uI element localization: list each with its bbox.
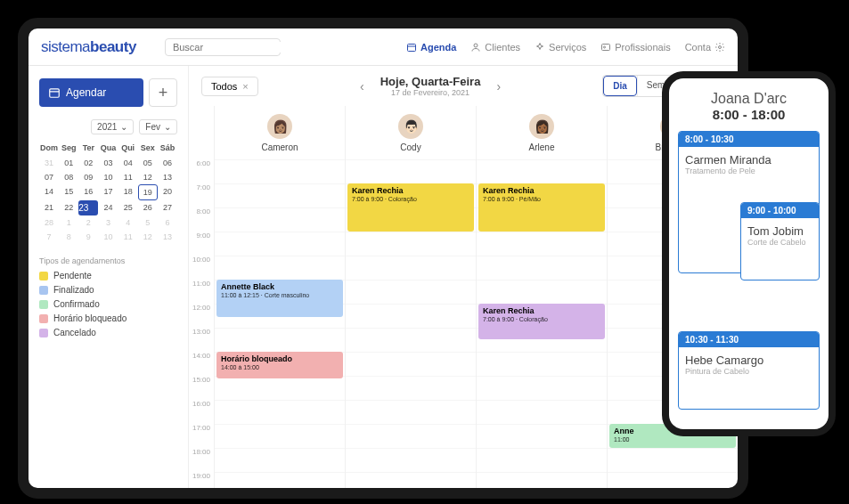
avatar: 👩🏾	[529, 114, 554, 139]
prev-arrow[interactable]: ‹	[360, 79, 364, 93]
chevron-down-icon: ⌄	[120, 122, 127, 132]
staff-name: Arlene	[529, 142, 555, 152]
svg-rect-2	[408, 44, 416, 51]
tablet-frame: sistemabeauty Agenda Clientes Serviços P…	[18, 18, 748, 499]
year-select[interactable]: 2021⌄	[91, 119, 134, 134]
legend-title: Tipos de agendamentos	[39, 256, 177, 265]
calendar-day[interactable]: 02	[78, 156, 98, 170]
schedule-grid[interactable]: 👩🏽 Cameron Annette Black11:00 à 12:15 · …	[214, 106, 738, 488]
id-icon	[600, 42, 611, 53]
calendar-icon	[48, 86, 61, 99]
calendar-day[interactable]: 05	[138, 156, 158, 170]
calendar-day[interactable]: 09	[78, 170, 98, 184]
agendar-button[interactable]: Agendar	[39, 78, 143, 107]
calendar-day[interactable]: 04	[118, 156, 138, 170]
schedule-event[interactable]: Karen Rechia7:00 à 9:00 · Coloração	[478, 304, 605, 339]
legend-item: Finalizado	[39, 285, 177, 295]
close-icon[interactable]: ×	[242, 81, 248, 92]
calendar-day[interactable]: 8	[59, 230, 78, 244]
calendar-day[interactable]: 3	[98, 215, 118, 230]
calendar-icon	[406, 42, 417, 53]
month-select[interactable]: Fev⌄	[139, 119, 177, 134]
nav-agenda[interactable]: Agenda	[406, 42, 456, 53]
calendar-day[interactable]: 4	[118, 215, 138, 230]
topnav: Agenda Clientes Serviços Profissionais C…	[406, 42, 725, 53]
chevron-down-icon: ⌄	[164, 122, 171, 132]
mini-calendar[interactable]: DomSegTerQuaQuiSexSáb 310102030405060708…	[39, 143, 177, 244]
calendar-day[interactable]: 5	[138, 215, 158, 230]
calendar-day[interactable]: 21	[39, 200, 59, 215]
calendar-day[interactable]: 03	[98, 156, 118, 170]
schedule-event[interactable]: Karen Rechia7:00 à 9:00 · Coloração	[347, 183, 474, 232]
calendar-day[interactable]: 01	[59, 156, 78, 170]
svg-point-6	[604, 46, 606, 48]
calendar-day[interactable]: 26	[138, 200, 158, 215]
calendar-day[interactable]: 12	[138, 230, 158, 244]
topbar: sistemabeauty Agenda Clientes Serviços P…	[29, 28, 738, 66]
calendar-day[interactable]: 6	[158, 215, 177, 230]
filter-chip[interactable]: Todos ×	[201, 77, 258, 96]
calendar-day[interactable]: 06	[158, 156, 177, 170]
calendar-day[interactable]: 17	[98, 184, 118, 200]
search-field[interactable]	[173, 42, 296, 53]
legend-item: Cancelado	[39, 328, 177, 337]
calendar-day[interactable]: 2	[78, 215, 98, 230]
sparkle-icon	[535, 42, 545, 53]
calendar-day[interactable]: 10	[98, 170, 118, 184]
calendar-day[interactable]: 15	[59, 184, 78, 200]
calendar-day[interactable]: 24	[98, 200, 118, 215]
sidebar: Agendar + 2021⌄ Fev⌄ DomSegTerQuaQuiSexS…	[29, 66, 189, 488]
svg-point-7	[719, 45, 722, 48]
calendar-day[interactable]: 11	[118, 170, 138, 184]
avatar: 👩🏽	[267, 114, 292, 139]
calendar-day[interactable]: 23	[78, 200, 98, 215]
calendar-day[interactable]: 13	[158, 230, 177, 244]
calendar-day[interactable]: 28	[39, 215, 59, 230]
calendar-day[interactable]: 16	[78, 184, 98, 200]
svg-rect-8	[50, 89, 60, 97]
search-input[interactable]	[165, 38, 281, 56]
calendar-day[interactable]: 11	[118, 230, 138, 244]
phone-appointment-card[interactable]: 9:00 - 10:00Tom JobimCorte de Cabelo	[740, 202, 820, 280]
phone-title: Joana D'arc	[678, 91, 820, 107]
nav-conta[interactable]: Conta	[685, 42, 725, 53]
nav-profissionais[interactable]: Profissionais	[600, 42, 670, 53]
gear-icon	[714, 42, 725, 53]
svg-point-4	[474, 44, 478, 47]
phone-frame: Joana D'arc 8:00 - 18:00 8:00 - 10:30Car…	[662, 71, 836, 436]
add-button[interactable]: +	[149, 78, 177, 107]
calendar-day[interactable]: 19	[138, 184, 158, 200]
phone-schedule[interactable]: 8:00 - 10:30Carmen MirandaTratamento de …	[678, 131, 820, 416]
nav-servicos[interactable]: Serviços	[535, 42, 586, 53]
calendar-day[interactable]: 13	[158, 170, 177, 184]
calendar-day[interactable]: 12	[138, 170, 158, 184]
staff-header[interactable]: 👩🏾 Arlene	[477, 106, 607, 159]
view-day[interactable]: Dia	[603, 76, 637, 96]
calendar-day[interactable]: 20	[158, 184, 177, 200]
time-column: 6:007:008:009:0010:0011:0012:0013:0014:0…	[189, 106, 214, 488]
calendar-day[interactable]: 14	[39, 184, 59, 200]
calendar-day[interactable]: 31	[39, 156, 59, 170]
calendar-day[interactable]: 25	[118, 200, 138, 215]
schedule-event[interactable]: Annette Black11:00 à 12:15 · Corte mascu…	[216, 280, 343, 317]
calendar-day[interactable]: 7	[39, 230, 59, 244]
staff-header[interactable]: 👩🏽 Cameron	[215, 106, 345, 159]
nav-clientes[interactable]: Clientes	[470, 42, 520, 53]
calendar-day[interactable]: 10	[98, 230, 118, 244]
calendar-day[interactable]: 9	[78, 230, 98, 244]
calendar-day[interactable]: 1	[59, 215, 78, 230]
legend-item: Pendente	[39, 271, 177, 280]
calendar-day[interactable]: 27	[158, 200, 177, 215]
calendar-day[interactable]: 07	[39, 170, 59, 184]
next-arrow[interactable]: ›	[496, 79, 501, 93]
calendar-day[interactable]: 08	[59, 170, 78, 184]
calendar-day[interactable]: 18	[118, 184, 138, 200]
schedule-title: Hoje, Quarta-Feira	[380, 75, 481, 88]
calendar-day[interactable]: 22	[59, 200, 78, 215]
phone-appointment-card[interactable]: 10:30 - 11:30Hebe CamargoPintura de Cabe…	[678, 331, 820, 410]
staff-header[interactable]: 👨🏻 Cody	[346, 106, 476, 159]
schedule-event[interactable]: Karen Rechia7:00 à 9:00 · Pé/Mão	[478, 183, 605, 232]
legend-item: Confirmado	[39, 299, 177, 309]
schedule-subtitle: 17 de Fevereiro, 2021	[380, 88, 481, 97]
schedule-event[interactable]: Horário bloqueado14:00 à 15:00	[216, 352, 343, 378]
